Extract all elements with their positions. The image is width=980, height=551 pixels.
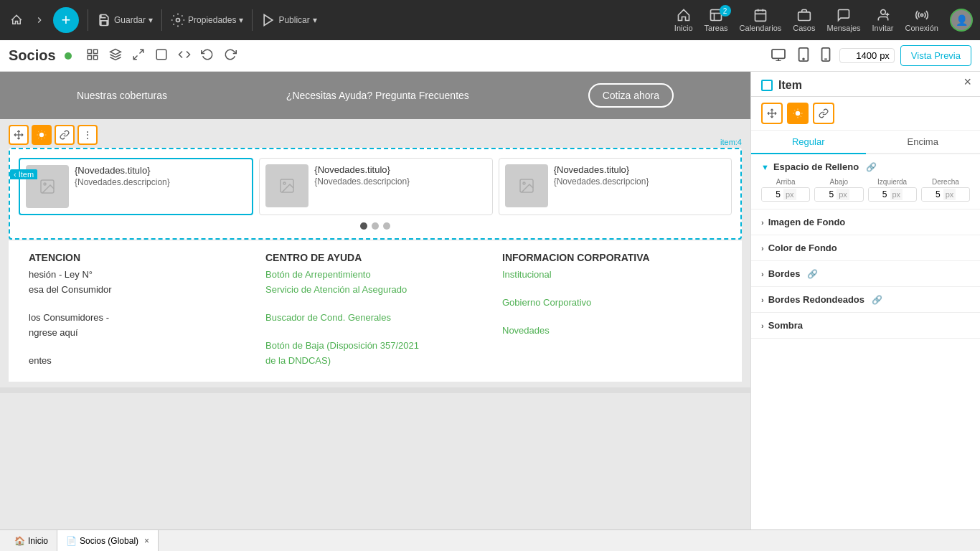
back-icon[interactable] <box>7 11 26 29</box>
svg-point-40 <box>796 111 800 116</box>
tab-inicio-icon: 🏠 <box>14 536 25 546</box>
sombra-label: Sombra <box>768 320 803 331</box>
footer-corp-link-1[interactable]: Institucional <box>502 269 722 280</box>
carousel-card-1[interactable]: {Novedades.titulo} {Novedades.descripcio… <box>19 158 253 215</box>
nav-tareas[interactable]: 2 Tareas <box>705 8 728 32</box>
footer-ayuda-link-2[interactable]: Servicio de Atención al Asegurado <box>265 284 485 295</box>
nav-coberturas[interactable]: Nuestras coberturas <box>77 90 167 101</box>
tareas-badge: 2 <box>720 5 731 17</box>
carousel-card-2[interactable]: {Novedades.titulo} {Novedades.descripcio… <box>259 158 492 215</box>
footer-ayuda-link-3[interactable]: Buscador de Cond. Generales <box>265 312 485 323</box>
tab-socios[interactable]: 📄 Socios (Global) × <box>57 530 159 551</box>
panel-link-btn[interactable] <box>813 103 834 124</box>
color-fondo-title[interactable]: › Color de Fondo <box>761 242 970 253</box>
forward-icon[interactable] <box>32 12 47 28</box>
code-icon[interactable] <box>175 45 194 67</box>
link-icon-espacio[interactable]: 🔗 <box>866 162 877 172</box>
bordes-title[interactable]: › Bordes 🔗 <box>761 268 970 279</box>
espacio-relleno-title[interactable]: ▼ Espacio de Relleno 🔗 <box>761 161 970 172</box>
publish-button[interactable]: Publicar <box>278 15 309 25</box>
properties-button[interactable]: Propiedades <box>188 15 236 25</box>
redo-icon[interactable] <box>221 45 240 67</box>
user-avatar[interactable]: 👤 <box>950 9 973 32</box>
desktop-view-btn[interactable] <box>768 45 789 67</box>
vista-previa-button[interactable]: Vista Previa <box>900 45 971 66</box>
footer-link-2[interactable]: esa del Consumidor <box>29 284 248 295</box>
link-icon-redondeados[interactable]: 🔗 <box>872 295 882 305</box>
carousel-wrapper: ‹ Item item:4 <box>9 148 742 240</box>
sombra-title[interactable]: › Sombra <box>761 320 970 331</box>
nav-mensajes[interactable]: Mensajes <box>826 8 860 32</box>
imagen-fondo-title[interactable]: › Imagen de Fondo <box>761 217 970 227</box>
scrollbar[interactable] <box>0 387 750 393</box>
card-text-1: {Novedades.titulo} {Novedades.descripcio… <box>75 165 170 187</box>
derecha-input[interactable] <box>922 188 943 201</box>
panel-checkbox[interactable] <box>761 80 773 91</box>
nav-invitar[interactable]: Invitar <box>872 8 894 32</box>
nav-calendarios-label: Calendarios <box>740 24 782 32</box>
save-button[interactable]: Guardar <box>114 15 146 25</box>
bordes-redondeados-title[interactable]: › Bordes Redondeados 🔗 <box>761 294 970 305</box>
footer-ayuda-link-5[interactable]: de la DNDCAS) <box>265 355 485 366</box>
mobile-view-btn[interactable] <box>818 44 834 67</box>
svg-rect-22 <box>772 49 785 58</box>
nav-ayuda[interactable]: ¿Necesitas Ayuda? Pregunta Frecuentes <box>286 90 469 101</box>
chevron-right-icon-3: › <box>761 270 764 278</box>
properties-dropdown-icon[interactable]: ▾ <box>239 15 243 25</box>
nav-conexion[interactable]: Conexión <box>905 8 938 32</box>
footer-ayuda-link-1[interactable]: Botón de Arrepentimiento <box>265 269 485 280</box>
svg-point-33 <box>44 183 46 185</box>
nav-casos[interactable]: Casos <box>793 8 815 32</box>
dot-3[interactable] <box>383 222 390 230</box>
panel-paint-btn[interactable] <box>787 103 809 124</box>
carousel-card-3[interactable]: {Novedades.titulo} {Novedades.descripcio… <box>499 158 732 215</box>
status-dot <box>65 52 72 60</box>
footer-ayuda-link-4[interactable]: Botón de Baja (Disposición 357/2021 <box>265 340 485 351</box>
footer-link-4[interactable]: ngrese aquí <box>29 327 248 338</box>
add-button[interactable]: + <box>53 7 79 33</box>
panel-close-button[interactable]: × <box>963 75 971 90</box>
tablet-view-btn[interactable] <box>795 44 812 67</box>
tab-regular[interactable]: Regular <box>751 131 866 154</box>
grid-icon[interactable] <box>83 45 102 67</box>
chevron-right-icon-5: › <box>761 321 764 330</box>
tab-inicio[interactable]: 🏠 Inicio <box>6 530 57 551</box>
izquierda-input[interactable] <box>869 188 890 201</box>
properties-icon[interactable] <box>171 13 185 27</box>
item-paint-btn[interactable] <box>32 125 52 145</box>
card-title-1: {Novedades.titulo} <box>75 165 170 176</box>
abajo-input[interactable] <box>815 188 837 201</box>
svg-rect-14 <box>88 50 91 53</box>
item-more-btn[interactable]: ⋮ <box>77 125 98 145</box>
publish-icon[interactable] <box>261 13 275 27</box>
panel-move-btn[interactable] <box>761 103 783 124</box>
save-icon[interactable] <box>97 13 111 27</box>
svg-point-31 <box>39 133 44 137</box>
publish-dropdown-icon[interactable]: ▾ <box>313 15 317 25</box>
resize-icon[interactable] <box>129 45 148 67</box>
bottom-tabs: 🏠 Inicio 📄 Socios (Global) × <box>0 529 980 551</box>
arriba-input[interactable] <box>762 188 783 201</box>
item-move-btn[interactable] <box>9 125 29 145</box>
footer-link-5[interactable]: entes <box>29 355 248 366</box>
spacing-derecha: Derecha px <box>921 178 970 202</box>
item-link-btn[interactable] <box>55 125 75 145</box>
cotiza-button[interactable]: Cotiza ahora <box>588 83 674 108</box>
footer-heading-ayuda: CENTRO DE AYUDA <box>265 252 485 263</box>
width-input[interactable]: 1400 <box>844 50 877 61</box>
dot-2[interactable] <box>372 222 379 230</box>
footer-link-1[interactable]: hesión - Ley N° <box>29 269 248 280</box>
link-icon-bordes[interactable]: 🔗 <box>807 269 818 279</box>
tab-socios-close[interactable]: × <box>144 536 149 546</box>
shape-icon[interactable] <box>152 45 171 67</box>
nav-calendarios[interactable]: Calendarios <box>740 8 782 32</box>
nav-inicio[interactable]: Inicio <box>674 8 693 32</box>
save-dropdown-icon[interactable]: ▾ <box>149 15 153 25</box>
tab-encima[interactable]: Encima <box>866 131 981 153</box>
footer-link-3[interactable]: los Consumidores - <box>29 312 248 323</box>
layers-icon[interactable] <box>106 45 125 67</box>
footer-corp-link-3[interactable]: Novedades <box>502 325 722 336</box>
dot-1[interactable] <box>360 222 367 230</box>
footer-corp-link-2[interactable]: Gobierno Corporativo <box>502 297 722 308</box>
undo-icon[interactable] <box>198 45 217 67</box>
